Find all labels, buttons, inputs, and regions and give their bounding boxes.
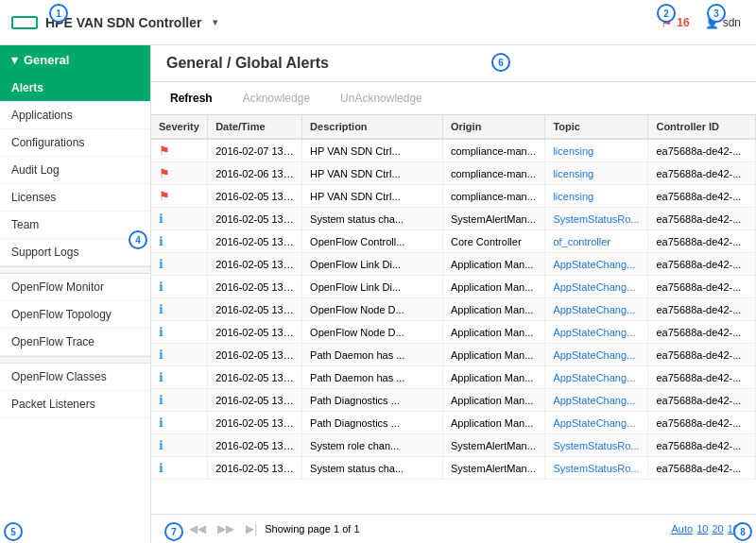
- sidebar-item-openflow-topology[interactable]: OpenFlow Topology: [0, 301, 150, 329]
- topic-cell: AppStateChang...: [545, 298, 648, 321]
- table-row[interactable]: ⚑2016-02-06 13:07:30HP VAN SDN Ctrl...co…: [151, 162, 756, 185]
- next-page-button[interactable]: ▶▶: [214, 520, 238, 537]
- table-row[interactable]: ⚑2016-02-07 13:07:30HP VAN SDN Ctrl...co…: [151, 139, 756, 162]
- topic-cell: AppStateChang...: [545, 412, 648, 434]
- first-page-button[interactable]: |◀: [163, 520, 181, 537]
- sidebar-item-audit-log[interactable]: Audit Log: [0, 157, 150, 184]
- topic-cell: AppStateChang...: [545, 366, 648, 389]
- app-logo[interactable]: HPE VAN SDN Controller ▾: [11, 15, 217, 30]
- flag-severity-icon: ⚑: [159, 166, 170, 180]
- severity-cell: ℹ: [151, 208, 208, 230]
- sidebar-item-openflow-classes[interactable]: OpenFlow Classes: [0, 364, 150, 391]
- description-cell: OpenFlow Node D...: [302, 298, 443, 321]
- severity-cell: ⚑: [151, 162, 208, 185]
- controller-id-cell: ea75688a-de42-...: [648, 321, 756, 344]
- chevron-down-icon[interactable]: ▾: [213, 17, 217, 27]
- alerts-table-container: Severity Date/Time Description Origin To…: [151, 115, 756, 514]
- controller-id-cell: ea75688a-de42-...: [648, 139, 756, 162]
- description-cell: HP VAN SDN Ctrl...: [302, 162, 443, 185]
- controller-id-cell: ea75688a-de42-...: [648, 457, 756, 480]
- description-cell: OpenFlow Link Di...: [302, 253, 443, 276]
- table-row[interactable]: ℹ2016-02-05 13:04:37OpenFlow Link Di...A…: [151, 253, 756, 276]
- sidebar-item-licenses[interactable]: Licenses: [0, 184, 150, 212]
- alerts-table: Severity Date/Time Description Origin To…: [151, 115, 756, 480]
- controller-id-cell: ea75688a-de42-...: [648, 276, 756, 298]
- severity-cell: ℹ: [151, 434, 208, 457]
- topic-cell: SystemStatusRo...: [545, 208, 648, 230]
- col-header-origin: Origin: [442, 115, 544, 139]
- info-severity-icon: ℹ: [159, 416, 163, 430]
- page-size-20[interactable]: 20: [712, 523, 723, 535]
- refresh-button[interactable]: Refresh: [163, 88, 220, 109]
- last-page-button[interactable]: ▶|: [242, 520, 261, 537]
- sidebar-item-openflow-trace[interactable]: OpenFlow Trace: [0, 329, 150, 356]
- col-header-datetime: Date/Time: [208, 115, 302, 139]
- controller-id-cell: ea75688a-de42-...: [648, 434, 756, 457]
- info-severity-icon: ℹ: [159, 302, 163, 316]
- table-row[interactable]: ℹ2016-02-05 13:04:36Path Daemon has ...A…: [151, 344, 756, 366]
- table-row[interactable]: ℹ2016-02-05 13:04:36Path Diagnostics ...…: [151, 412, 756, 434]
- table-row[interactable]: ℹ2016-02-05 13:04:37System status cha...…: [151, 208, 756, 230]
- controller-id-cell: ea75688a-de42-...: [648, 389, 756, 412]
- info-severity-icon: ℹ: [159, 393, 163, 407]
- sidebar-section-label: General: [24, 53, 69, 67]
- origin-cell: Application Man...: [442, 412, 544, 434]
- table-row[interactable]: ℹ2016-02-05 13:04:36Path Daemon has ...A…: [151, 366, 756, 389]
- table-row[interactable]: ⚑2016-02-05 13:07:30HP VAN SDN Ctrl...co…: [151, 185, 756, 208]
- table-row[interactable]: ℹ2016-02-05 13:04:28System status cha...…: [151, 457, 756, 480]
- origin-cell: Application Man...: [442, 344, 544, 366]
- col-header-description: Description: [302, 115, 443, 139]
- sidebar-divider-1: [0, 266, 150, 274]
- sidebar-item-packet-listeners[interactable]: Packet Listeners: [0, 391, 150, 418]
- table-row[interactable]: ℹ2016-02-05 13:04:37OpenFlow Controll...…: [151, 230, 756, 253]
- severity-cell: ℹ: [151, 253, 208, 276]
- sidebar-item-configurations[interactable]: Configurations: [0, 129, 150, 157]
- page-size-auto[interactable]: Auto: [672, 523, 694, 535]
- origin-cell: Application Man...: [442, 253, 544, 276]
- flag-icon: ⚑: [661, 15, 673, 30]
- page-size-100[interactable]: 100: [728, 523, 745, 535]
- datetime-cell: 2016-02-05 13:04:37: [208, 208, 302, 230]
- col-header-topic: Topic: [545, 115, 648, 139]
- sidebar-section-general[interactable]: ▾ General: [0, 45, 150, 75]
- info-severity-icon: ℹ: [159, 212, 163, 226]
- prev-page-button[interactable]: ◀◀: [185, 520, 210, 537]
- description-cell: OpenFlow Node D...: [302, 321, 443, 344]
- table-row[interactable]: ℹ2016-02-05 13:04:37OpenFlow Link Di...A…: [151, 276, 756, 298]
- controller-id-cell: ea75688a-de42-...: [648, 162, 756, 185]
- sidebar-item-team[interactable]: Team: [0, 212, 150, 239]
- topic-cell: AppStateChang...: [545, 276, 648, 298]
- alert-count: 16: [677, 16, 689, 29]
- severity-cell: ℹ: [151, 389, 208, 412]
- table-row[interactable]: ℹ2016-02-05 13:04:37OpenFlow Node D...Ap…: [151, 298, 756, 321]
- origin-cell: Application Man...: [442, 298, 544, 321]
- origin-cell: SystemAlertMan...: [442, 457, 544, 480]
- table-row[interactable]: ℹ2016-02-05 13:04:36Path Diagnostics ...…: [151, 389, 756, 412]
- datetime-cell: 2016-02-05 13:04:37: [208, 298, 302, 321]
- datetime-cell: 2016-02-06 13:07:30: [208, 162, 302, 185]
- topic-cell: of_controller: [545, 230, 648, 253]
- chevron-down-icon: ▾: [11, 53, 18, 67]
- sidebar-item-support-logs[interactable]: Support Logs: [0, 239, 150, 266]
- severity-cell: ⚑: [151, 185, 208, 208]
- table-row[interactable]: ℹ2016-02-05 13:04:36OpenFlow Node D...Ap…: [151, 321, 756, 344]
- unacknowledge-button[interactable]: UnAcknowledge: [333, 88, 430, 109]
- sidebar-item-applications[interactable]: Applications: [0, 102, 150, 129]
- severity-cell: ⚑: [151, 139, 208, 162]
- col-header-severity: Severity: [151, 115, 208, 139]
- username: sdn: [723, 16, 741, 29]
- description-cell: System role chan...: [302, 434, 443, 457]
- description-cell: Path Daemon has ...: [302, 366, 443, 389]
- acknowledge-button[interactable]: Acknowledge: [235, 88, 318, 109]
- page-size-10[interactable]: 10: [696, 523, 708, 535]
- user-info[interactable]: 👤 sdn: [705, 16, 741, 29]
- table-row[interactable]: ℹ2016-02-05 13:04:36System role chan...S…: [151, 434, 756, 457]
- page-title: General / Global Alerts: [151, 45, 756, 82]
- origin-cell: compliance-man...: [442, 139, 544, 162]
- alert-badge[interactable]: ⚑ 16: [661, 15, 689, 30]
- sidebar-item-alerts[interactable]: Alerts: [0, 75, 150, 102]
- topic-cell: licensing: [545, 139, 648, 162]
- description-cell: System status cha...: [302, 457, 443, 480]
- sidebar-item-openflow-monitor[interactable]: OpenFlow Monitor: [0, 274, 150, 301]
- top-bar: HPE VAN SDN Controller ▾ ⚑ 16 👤 sdn: [0, 0, 756, 45]
